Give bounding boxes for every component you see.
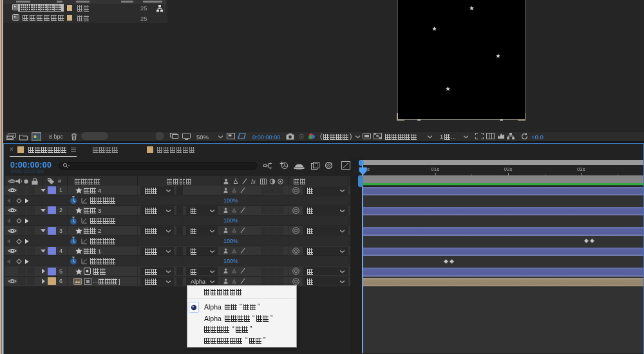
svg-text:fx: fx xyxy=(251,179,256,185)
